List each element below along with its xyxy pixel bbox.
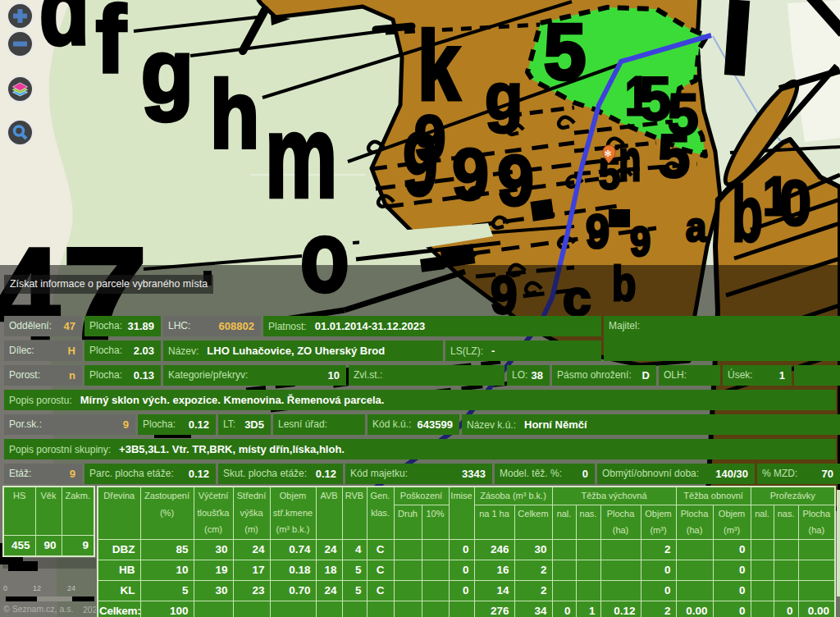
svg-text:9: 9 <box>630 219 651 265</box>
svg-text:9: 9 <box>586 204 609 258</box>
svg-text:5: 5 <box>658 122 690 190</box>
svg-text:9: 9 <box>452 133 489 214</box>
svg-text:d: d <box>39 0 89 65</box>
svg-text:a: a <box>686 204 707 250</box>
svg-text:9: 9 <box>497 140 534 220</box>
svg-text:h: h <box>210 62 259 167</box>
svg-text:g: g <box>485 59 523 133</box>
svg-text:0: 0 <box>779 167 811 239</box>
svg-text:f: f <box>96 0 126 93</box>
svg-text:✻: ✻ <box>605 149 612 158</box>
svg-text:n: n <box>619 126 641 194</box>
svg-text:b: b <box>732 170 763 258</box>
svg-text:9: 9 <box>414 103 446 174</box>
svg-text:5: 5 <box>544 7 586 96</box>
svg-text:g: g <box>141 21 194 122</box>
